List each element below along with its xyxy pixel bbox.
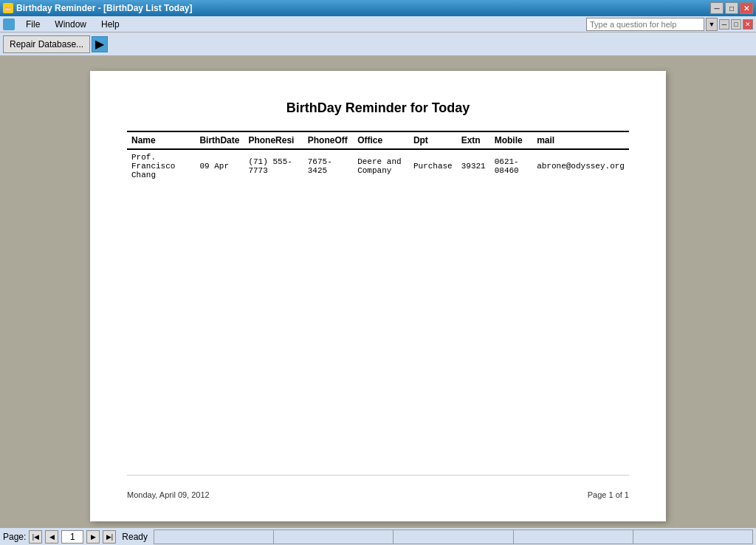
nav-next-button[interactable]: ▶ (86, 530, 100, 544)
cell-dpt: Purchase (409, 149, 457, 182)
help-restore-btn[interactable]: □ (731, 19, 741, 30)
cell-phoneoff: 7675-3425 (303, 149, 353, 182)
help-close-btn[interactable]: ✕ (743, 19, 753, 30)
footer-page: Page 1 of 1 (588, 490, 629, 499)
page-label: Page: (3, 532, 26, 542)
status-panel-5 (633, 530, 752, 544)
nav-last-button[interactable]: ▶| (103, 530, 116, 544)
report-title: BirthDay Reminder for Today (127, 100, 629, 116)
help-min-btn[interactable]: ─ (719, 19, 729, 30)
menu-bar: File Window Help ▼ ─ □ ✕ (0, 16, 756, 32)
status-panels (154, 529, 753, 544)
window-title: Birthday Reminder - [BirthDay List Today… (16, 3, 192, 13)
app-menu-icon (3, 18, 15, 30)
footer-date: Monday, April 09, 2012 (127, 490, 210, 499)
report-footer: Monday, April 09, 2012 Page 1 of 1 (127, 475, 629, 499)
menu-help[interactable]: Help (94, 17, 126, 32)
minimize-button[interactable]: ─ (710, 2, 724, 14)
menu-file[interactable]: File (19, 17, 47, 32)
cell-phoneresi: (71) 555-7773 (244, 149, 303, 182)
toolbar: Repair Database... ▶ (0, 32, 756, 56)
nav-first-button[interactable]: |◀ (29, 530, 42, 544)
bottom-bar: Page: |◀ ◀ ▶ ▶| Ready (0, 527, 756, 545)
menu-window[interactable]: Window (48, 17, 93, 32)
page-number-input[interactable] (61, 530, 83, 544)
report-table: Name BirthDate PhoneResi PhoneOff Office… (127, 131, 629, 182)
cell-name: Prof. Francisco Chang (127, 149, 195, 182)
title-bar: 🎂 Birthday Reminder - [BirthDay List Tod… (0, 0, 756, 16)
cell-mail: abrone@odyssey.org (532, 149, 629, 182)
col-dpt: Dpt (409, 131, 457, 149)
cell-extn: 39321 (457, 149, 490, 182)
main-area: BirthDay Reminder for Today Name BirthDa… (0, 56, 756, 527)
col-phoneresi: PhoneResi (244, 131, 303, 149)
col-birthdate: BirthDate (195, 131, 244, 149)
help-search-input[interactable] (586, 18, 704, 31)
cell-office: Deere and Company (353, 149, 409, 182)
help-search-box: ▼ ─ □ ✕ (586, 18, 753, 31)
status-panel-4 (514, 530, 633, 544)
nav-prev-button[interactable]: ◀ (45, 530, 58, 544)
table-header-row: Name BirthDate PhoneResi PhoneOff Office… (127, 131, 629, 149)
report-page: BirthDay Reminder for Today Name BirthDa… (90, 71, 666, 521)
status-panel-1 (154, 530, 274, 544)
status-panel-2 (274, 530, 394, 544)
page-navigation: Page: |◀ ◀ ▶ ▶| (3, 530, 116, 544)
cell-mobile: 0621-08460 (490, 149, 532, 182)
col-name: Name (127, 131, 195, 149)
close-button[interactable]: ✕ (740, 2, 753, 14)
toolbar-icon-symbol: ▶ (95, 37, 104, 51)
cell-birthdate: 09 Apr (195, 149, 244, 182)
repair-database-button[interactable]: Repair Database... (3, 35, 90, 53)
restore-button[interactable]: □ (725, 2, 738, 14)
col-office: Office (353, 131, 409, 149)
help-dropdown-btn[interactable]: ▼ (706, 18, 718, 31)
app-icon: 🎂 (3, 3, 13, 13)
col-phoneoff: PhoneOff (303, 131, 353, 149)
toolbar-icon[interactable]: ▶ (92, 36, 108, 52)
col-mail: mail (532, 131, 629, 149)
status-panel-3 (394, 530, 513, 544)
table-row: Prof. Francisco Chang09 Apr(71) 555-7773… (127, 149, 629, 182)
col-mobile: Mobile (490, 131, 532, 149)
col-extn: Extn (457, 131, 490, 149)
status-ready: Ready (116, 532, 154, 542)
